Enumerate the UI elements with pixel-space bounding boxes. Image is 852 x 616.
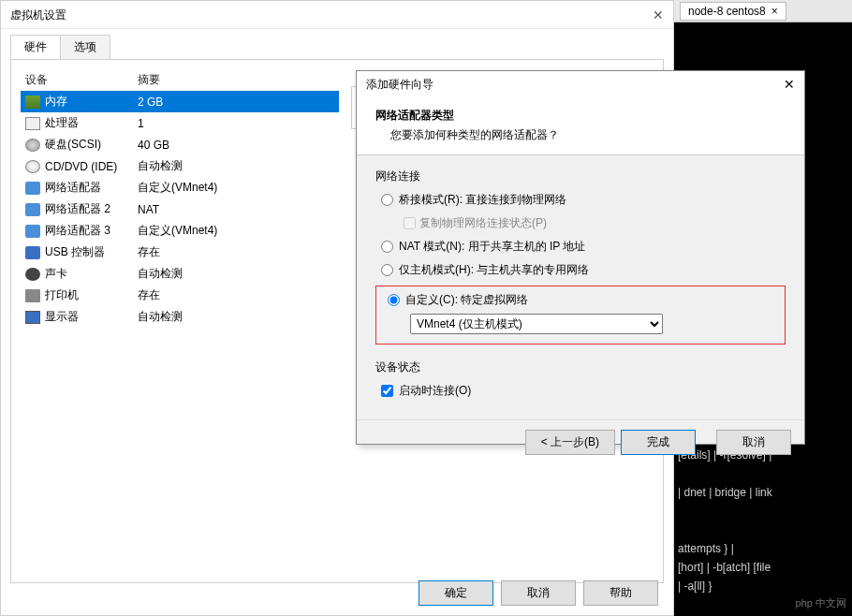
custom-highlight: 自定义(C): 特定虚拟网络 VMnet4 (仅主机模式) — [375, 286, 786, 345]
label-nat: NAT 模式(N): 用于共享主机的 IP 地址 — [399, 239, 585, 255]
hardware-row[interactable]: CD/DVD (IDE)自动检测 — [21, 155, 339, 177]
close-icon[interactable]: ✕ — [653, 1, 664, 28]
checkbox-connect[interactable] — [381, 385, 393, 397]
label-hostonly: 仅主机模式(H): 与主机共享的专用网络 — [399, 262, 589, 278]
dialog-title: 虚拟机设置 — [10, 1, 66, 28]
wizard-header: 网络适配器类型 您要添加何种类型的网络适配器？ — [357, 98, 804, 155]
settings-tabs: 硬件 选项 — [10, 35, 673, 59]
col-summary: 摘要 — [138, 72, 160, 88]
col-device: 设备 — [25, 72, 138, 88]
finish-button[interactable]: 完成 — [621, 430, 696, 455]
option-hostonly[interactable]: 仅主机模式(H): 与主机共享的专用网络 — [375, 262, 786, 278]
radio-nat[interactable] — [381, 241, 393, 253]
device-name: 处理器 — [45, 115, 79, 131]
label-custom: 自定义(C): 特定虚拟网络 — [405, 292, 528, 308]
device-icon — [25, 203, 40, 216]
checkbox-replicate — [404, 217, 416, 229]
device-icon — [25, 246, 40, 259]
device-icon — [25, 139, 40, 152]
add-hardware-wizard: 添加硬件向导 ✕ 网络适配器类型 您要添加何种类型的网络适配器？ 网络连接 桥接… — [356, 70, 805, 445]
wizard-body: 网络连接 桥接模式(R): 直接连接到物理网络 复制物理网络连接状态(P) NA… — [357, 155, 804, 419]
wizard-title: 添加硬件向导 — [366, 77, 433, 93]
hardware-row[interactable]: 显示器自动检测 — [21, 306, 339, 328]
option-bridged[interactable]: 桥接模式(R): 直接连接到物理网络 — [375, 192, 786, 208]
dialog-titlebar: 虚拟机设置 ✕ — [1, 1, 673, 29]
option-custom[interactable]: 自定义(C): 特定虚拟网络 — [382, 292, 779, 308]
tab-hardware[interactable]: 硬件 — [10, 35, 61, 59]
device-name: 网络适配器 3 — [45, 223, 110, 239]
hardware-row[interactable]: 网络适配器 2NAT — [21, 198, 339, 220]
device-summary: 2 GB — [138, 95, 334, 109]
hardware-row[interactable]: 处理器1 — [21, 112, 339, 134]
device-name: 网络适配器 2 — [45, 201, 110, 217]
hardware-row[interactable]: 内存2 GB — [21, 91, 339, 112]
hardware-row[interactable]: 声卡自动检测 — [21, 263, 339, 285]
device-summary: 自动检测 — [138, 158, 334, 174]
wizard-heading: 网络适配器类型 — [375, 108, 786, 124]
terminal-tab-label: node-8 centos8 — [688, 5, 766, 18]
device-status-label: 设备状态 — [375, 359, 786, 375]
vmnet-select-wrap: VMnet4 (仅主机模式) — [410, 314, 779, 334]
label-bridged: 桥接模式(R): 直接连接到物理网络 — [399, 192, 566, 208]
option-connect-on-start[interactable]: 启动时连接(O) — [375, 383, 786, 399]
wizard-cancel-button[interactable]: 取消 — [716, 430, 791, 455]
device-name: 显示器 — [45, 309, 79, 325]
label-connect: 启动时连接(O) — [399, 383, 471, 399]
network-connection-label: 网络连接 — [375, 169, 786, 184]
wizard-footer: < 上一步(B) 完成 取消 — [357, 419, 804, 464]
device-name: 内存 — [45, 94, 67, 110]
device-name: 声卡 — [45, 266, 67, 282]
device-icon — [25, 311, 40, 324]
device-summary: NAT — [138, 203, 334, 216]
tab-options[interactable]: 选项 — [60, 35, 110, 59]
radio-custom[interactable] — [388, 294, 400, 306]
hardware-row[interactable]: 硬盘(SCSI)40 GB — [21, 134, 339, 155]
hardware-list: 设备 摘要 内存2 GB处理器1硬盘(SCSI)40 GBCD/DVD (IDE… — [21, 69, 339, 575]
dialog-buttons: 确定 取消 帮助 — [419, 580, 658, 606]
device-summary: 40 GB — [138, 139, 334, 152]
option-nat[interactable]: NAT 模式(N): 用于共享主机的 IP 地址 — [375, 239, 786, 255]
hardware-list-header: 设备 摘要 — [21, 69, 339, 91]
device-name: 打印机 — [45, 287, 79, 303]
device-status-group: 设备状态 启动时连接(O) — [375, 359, 786, 399]
device-summary: 自定义(VMnet4) — [138, 223, 334, 239]
device-summary: 自定义(VMnet4) — [138, 180, 334, 196]
wizard-subheading: 您要添加何种类型的网络适配器？ — [375, 127, 786, 143]
device-summary: 1 — [138, 117, 334, 130]
device-icon — [25, 160, 40, 173]
hardware-row[interactable]: 打印机存在 — [21, 285, 339, 306]
device-name: 网络适配器 — [45, 180, 101, 196]
close-icon[interactable]: × — [771, 5, 778, 18]
cancel-button[interactable]: 取消 — [501, 580, 576, 606]
terminal-tab[interactable]: node-8 centos8 × — [680, 2, 786, 21]
device-name: USB 控制器 — [45, 244, 105, 260]
option-replicate: 复制物理网络连接状态(P) — [375, 215, 786, 231]
device-summary: 自动检测 — [138, 309, 334, 325]
device-icon — [25, 225, 40, 238]
device-summary: 存在 — [138, 244, 334, 260]
vmnet-select[interactable]: VMnet4 (仅主机模式) — [410, 314, 663, 334]
device-icon — [25, 268, 40, 281]
hardware-row[interactable]: 网络适配器自定义(VMnet4) — [21, 177, 339, 198]
device-name: 硬盘(SCSI) — [45, 137, 101, 153]
watermark: php 中文网 — [796, 596, 846, 610]
hardware-row[interactable]: 网络适配器 3自定义(VMnet4) — [21, 220, 339, 242]
label-replicate: 复制物理网络连接状态(P) — [419, 215, 547, 231]
device-name: CD/DVD (IDE) — [45, 160, 117, 173]
help-button[interactable]: 帮助 — [583, 580, 658, 606]
wizard-titlebar: 添加硬件向导 ✕ — [357, 71, 804, 98]
device-icon — [25, 289, 40, 302]
ok-button[interactable]: 确定 — [419, 580, 493, 606]
device-summary: 自动检测 — [138, 266, 334, 282]
back-button[interactable]: < 上一步(B) — [525, 430, 615, 455]
device-summary: 存在 — [138, 287, 334, 303]
close-icon[interactable]: ✕ — [784, 77, 795, 93]
radio-bridged[interactable] — [381, 194, 393, 206]
editor-tab-strip: node-8 centos8 × — [674, 0, 852, 22]
hardware-row[interactable]: USB 控制器存在 — [21, 242, 339, 263]
device-icon — [25, 95, 40, 109]
device-icon — [25, 182, 40, 195]
radio-hostonly[interactable] — [381, 264, 393, 276]
device-icon — [25, 117, 40, 130]
